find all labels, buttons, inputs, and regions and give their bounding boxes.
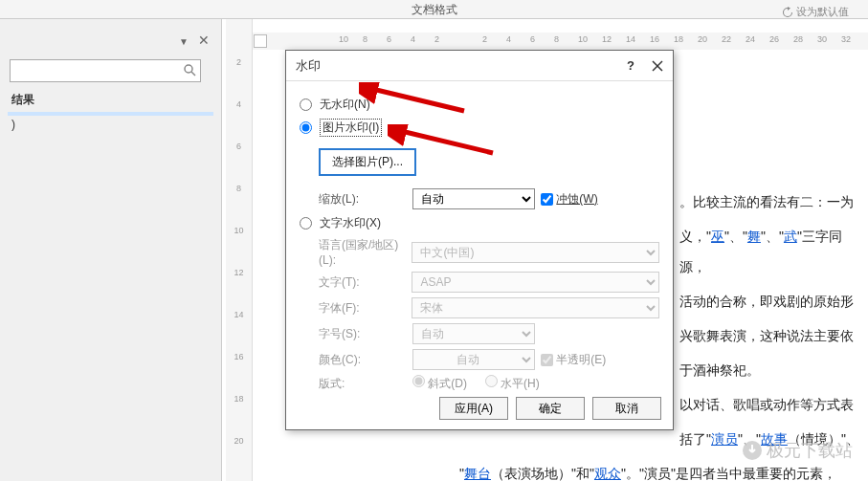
ruler-tick: 24 bbox=[746, 34, 755, 44]
doc-text: "。"演员"是四者当中最重要的元素， bbox=[621, 466, 836, 481]
select-image-button[interactable]: 选择图片(P)... bbox=[319, 148, 416, 176]
link-stage[interactable]: 舞台 bbox=[464, 466, 491, 481]
radio-label: 文字水印(X) bbox=[320, 215, 381, 231]
radio-image-watermark-input[interactable] bbox=[300, 121, 312, 134]
link-wu3[interactable]: 武 bbox=[784, 229, 797, 244]
ruler-tick: 16 bbox=[226, 352, 252, 361]
washout-checkbox[interactable]: 冲蚀(W) bbox=[541, 191, 598, 208]
language-label: 语言(国家/地区)(L): bbox=[319, 237, 406, 267]
text-label: 文字(T): bbox=[319, 274, 406, 291]
ruler-tick: 4 bbox=[506, 34, 511, 44]
layout-horizontal-radio: 水平(H) bbox=[485, 375, 540, 392]
vertical-ruler: 2 4 6 8 10 12 14 16 18 20 bbox=[226, 19, 253, 481]
size-label: 字号(S): bbox=[319, 326, 407, 342]
checkbox-label: 冲蚀(W) bbox=[556, 192, 597, 206]
ruler-corner-icon bbox=[254, 34, 267, 48]
text-select: ASAP bbox=[412, 272, 659, 293]
horizontal-ruler: 10 8 6 4 2 2 4 6 8 10 12 14 16 18 20 22 … bbox=[253, 33, 868, 50]
search-input[interactable] bbox=[10, 59, 201, 82]
ruler-tick: 22 bbox=[722, 34, 731, 44]
site-watermark-text: 极元下载站 bbox=[767, 439, 853, 462]
language-select: 中文(中国) bbox=[412, 242, 659, 263]
panel-close-icon[interactable]: ✕ bbox=[198, 33, 210, 48]
panel-dropdown-icon[interactable]: ▼ bbox=[179, 36, 189, 47]
radio-label: 图片水印(I) bbox=[320, 119, 382, 137]
ruler-tick: 32 bbox=[841, 34, 851, 44]
layout-label: 版式: bbox=[319, 376, 407, 392]
doc-text: 括了" bbox=[679, 431, 711, 447]
ruler-tick: 12 bbox=[226, 268, 252, 277]
search-icon bbox=[183, 63, 196, 79]
link-wu2[interactable]: 舞 bbox=[747, 229, 761, 244]
font-select: 宋体 bbox=[412, 297, 659, 318]
layout-diagonal-radio: 斜式(D) bbox=[412, 375, 467, 392]
ruler-tick: 8 bbox=[363, 34, 367, 44]
checkbox-label: 半透明(E) bbox=[556, 353, 606, 366]
radio-no-watermark[interactable]: 无水印(N) bbox=[300, 97, 659, 113]
results-list: ) bbox=[8, 112, 213, 133]
ruler-tick: 4 bbox=[226, 99, 252, 109]
radio-text-watermark-input[interactable] bbox=[300, 217, 312, 230]
color-select: 自动 bbox=[412, 349, 535, 370]
dialog-help-button[interactable]: ? bbox=[627, 51, 634, 81]
doc-text: 于酒神祭祀。 bbox=[679, 362, 760, 378]
doc-text: （表演场地）"和" bbox=[491, 466, 594, 481]
link-wu[interactable]: 巫 bbox=[711, 229, 724, 244]
radio-image-watermark[interactable]: 图片水印(I) bbox=[300, 119, 659, 137]
ruler-tick: 8 bbox=[226, 184, 252, 193]
ruler-tick: 18 bbox=[226, 394, 252, 404]
dialog-close-button[interactable] bbox=[650, 55, 665, 85]
list-item[interactable]: ) bbox=[8, 116, 213, 133]
ruler-tick: 6 bbox=[387, 34, 391, 44]
svg-point-0 bbox=[185, 65, 192, 73]
doc-text: "、" bbox=[724, 229, 747, 244]
washout-checkbox-input[interactable] bbox=[541, 193, 553, 206]
doc-text: "、" bbox=[761, 229, 784, 244]
ruler-tick: 2 bbox=[226, 57, 252, 67]
size-select: 自动 bbox=[412, 323, 535, 344]
cancel-button[interactable]: 取消 bbox=[592, 397, 661, 420]
ruler-tick: 20 bbox=[226, 436, 252, 446]
scale-label: 缩放(L): bbox=[319, 191, 407, 208]
radio-label: 斜式(D) bbox=[428, 377, 467, 390]
ruler-tick: 4 bbox=[411, 34, 415, 44]
layout-diagonal-input bbox=[412, 375, 425, 387]
left-panel: ▼ ✕ 结果 ) bbox=[0, 19, 222, 481]
ruler-tick: 14 bbox=[626, 34, 635, 44]
ruler-tick: 2 bbox=[434, 34, 439, 44]
radio-no-watermark-input[interactable] bbox=[300, 98, 312, 111]
watermark-dialog: 水印 ? 无水印(N) 图片水印(I) 选择图片(P)... 缩放(L): 自动… bbox=[285, 50, 674, 430]
doc-text: 兴歌舞表演，这种说法主要依 bbox=[679, 328, 854, 343]
semitransparent-checkbox: 半透明(E) bbox=[541, 352, 606, 368]
radio-text-watermark[interactable]: 文字水印(X) bbox=[300, 215, 659, 231]
doc-text: 以对话、歌唱或动作等方式表 bbox=[679, 397, 854, 412]
dialog-titlebar[interactable]: 水印 ? bbox=[286, 51, 673, 81]
doc-text: 义，" bbox=[679, 229, 711, 244]
link-actor[interactable]: 演员 bbox=[711, 431, 738, 447]
ruler-tick: 8 bbox=[554, 34, 559, 44]
font-label: 字体(F): bbox=[319, 300, 406, 317]
ruler-tick: 6 bbox=[226, 142, 252, 151]
restore-default-button[interactable]: 设为默认值 bbox=[782, 2, 849, 21]
ok-button[interactable]: 确定 bbox=[516, 397, 585, 420]
ruler-tick: 28 bbox=[793, 34, 803, 44]
ruler-tick: 18 bbox=[674, 34, 683, 44]
radio-label: 水平(H) bbox=[501, 377, 540, 390]
ruler-tick: 26 bbox=[769, 34, 779, 44]
link-audience[interactable]: 观众 bbox=[594, 466, 621, 481]
ruler-tick: 16 bbox=[650, 34, 659, 44]
doc-text: 活动的合称，即戏剧的原始形 bbox=[679, 294, 854, 309]
radio-label: 无水印(N) bbox=[320, 97, 370, 113]
ribbon-bar: 文档格式 设为默认值 bbox=[0, 0, 868, 19]
ruler-tick: 12 bbox=[602, 34, 612, 44]
semitransparent-checkbox-input bbox=[541, 354, 553, 366]
doc-text: 。比较主流的看法有二：一为 bbox=[679, 194, 854, 209]
ruler-tick: 30 bbox=[817, 34, 827, 44]
ruler-tick: 10 bbox=[226, 226, 252, 235]
apply-button[interactable]: 应用(A) bbox=[439, 397, 508, 420]
scale-select[interactable]: 自动 bbox=[412, 188, 535, 209]
results-label: 结果 bbox=[11, 92, 210, 108]
color-label: 颜色(C): bbox=[319, 352, 407, 368]
layout-horizontal-input bbox=[485, 375, 498, 387]
svg-line-1 bbox=[191, 72, 195, 76]
